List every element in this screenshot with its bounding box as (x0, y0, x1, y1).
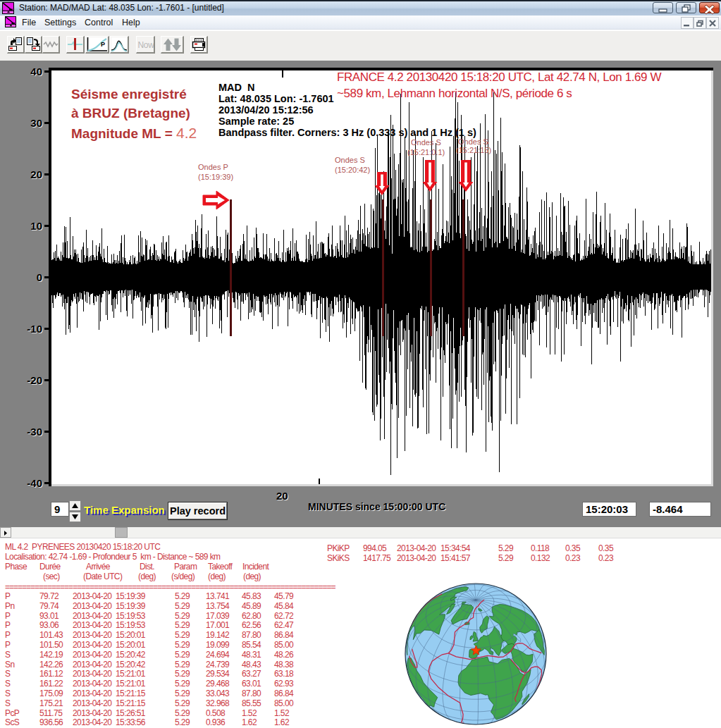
svg-text:Now: Now (138, 40, 154, 50)
svg-text:P: P (101, 41, 105, 48)
